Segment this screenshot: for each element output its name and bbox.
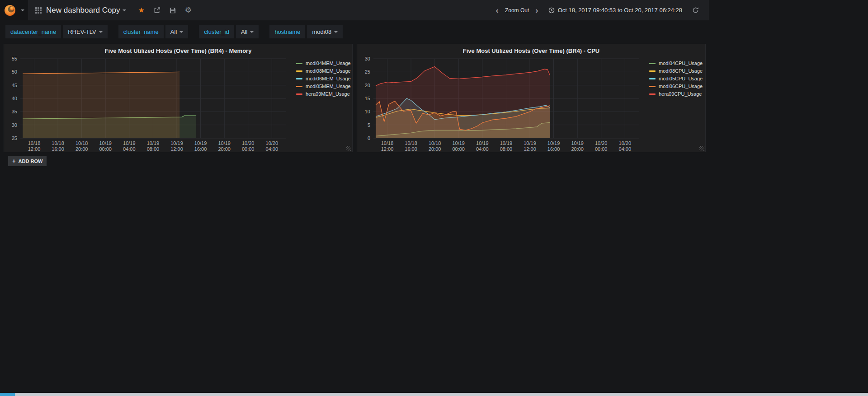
plus-icon: + xyxy=(12,158,16,164)
legend-item-modi08CPU_Usage[interactable]: modi08CPU_Usage xyxy=(649,68,703,74)
x-axis-label-date: 10/19 xyxy=(500,140,513,146)
variable-label: datacenter_name xyxy=(5,25,61,38)
variable-value-dropdown[interactable]: modi08 xyxy=(307,25,343,38)
legend-series-name: hera09CPU_Usage xyxy=(659,91,702,97)
x-axis-label-date: 10/19 xyxy=(123,140,136,146)
navbar: New dashboard Copy ★ ⚙ ‹ xyxy=(0,0,709,20)
legend-item-modi04CPU_Usage[interactable]: modi04CPU_Usage xyxy=(649,61,703,66)
panel-title[interactable]: Five Most Utilized Hosts (Over Time) (BR… xyxy=(357,44,705,56)
y-axis-label: 20 xyxy=(365,83,370,88)
legend-color-swatch xyxy=(649,86,656,87)
x-axis-label-date: 10/19 xyxy=(170,140,183,146)
x-axis-label-time: 00:00 xyxy=(595,146,608,152)
x-axis-label-date: 10/19 xyxy=(147,140,160,146)
legend-item-modi08MEM_Usage[interactable]: modi08MEM_Usage xyxy=(296,68,351,74)
legend-color-swatch xyxy=(649,63,656,64)
variable-cluster_name: cluster_nameAll xyxy=(118,25,189,38)
x-axis-label-date: 10/19 xyxy=(452,140,465,146)
dashboard-title-dropdown[interactable]: New dashboard Copy xyxy=(28,0,133,20)
save-icon xyxy=(170,7,176,14)
x-axis-label-date: 10/20 xyxy=(266,140,278,146)
time-shift-back-button[interactable]: ‹ xyxy=(491,6,503,14)
bottom-scrollbar[interactable] xyxy=(0,393,868,396)
x-axis-label-time: 12:00 xyxy=(524,146,536,152)
variable-value-dropdown[interactable]: All xyxy=(165,25,188,38)
variable-current-value: All xyxy=(241,28,247,35)
time-shift-forward-button[interactable]: › xyxy=(531,6,542,14)
y-axis-label: 30 xyxy=(365,56,370,61)
star-button[interactable]: ★ xyxy=(133,0,149,20)
y-axis-label: 10 xyxy=(365,109,370,114)
caret-down-icon xyxy=(250,31,254,33)
y-axis-label: 5 xyxy=(368,122,370,128)
legend-color-swatch xyxy=(296,86,302,87)
y-axis-label: 35 xyxy=(12,109,17,114)
y-axis-label: 30 xyxy=(12,122,17,128)
variable-current-value: All xyxy=(170,28,177,35)
legend-item-hera09CPU_Usage[interactable]: hera09CPU_Usage xyxy=(649,91,703,97)
settings-button[interactable]: ⚙ xyxy=(180,0,196,20)
legend-color-swatch xyxy=(296,78,302,79)
cpu-chart[interactable]: 05101520253010/1812:0010/1816:0010/1820:… xyxy=(358,56,644,153)
legend-series-name: modi05MEM_Usage xyxy=(306,84,351,89)
legend-series-name: modi08MEM_Usage xyxy=(306,68,351,74)
legend-series-name: modi04MEM_Usage xyxy=(306,61,351,66)
add-row-label: ADD ROW xyxy=(19,158,43,164)
grafana-logo-icon xyxy=(4,5,16,16)
refresh-button[interactable] xyxy=(688,7,703,14)
memory-chart[interactable]: 2530354045505510/1812:0010/1816:0010/182… xyxy=(5,56,291,153)
variable-hostname: hostnamemodi08 xyxy=(269,25,343,38)
legend-item-modi05MEM_Usage[interactable]: modi05MEM_Usage xyxy=(296,84,351,89)
variable-label: hostname xyxy=(269,25,305,38)
x-axis-label-time: 20:00 xyxy=(218,146,231,152)
x-axis-label-date: 10/18 xyxy=(75,140,88,146)
zoom-out-button[interactable]: Zoom Out xyxy=(503,7,531,14)
caret-down-icon xyxy=(99,31,103,33)
x-axis-label-date: 10/18 xyxy=(28,140,41,146)
legend-color-swatch xyxy=(296,93,302,95)
x-axis-label-time: 04:00 xyxy=(266,146,278,152)
variable-cluster_id: cluster_idAll xyxy=(199,25,259,38)
save-button[interactable] xyxy=(165,0,180,20)
share-icon xyxy=(154,7,160,14)
dashboard-title: New dashboard Copy xyxy=(46,6,120,15)
time-picker-button[interactable]: Oct 18, 2017 09:40:53 to Oct 20, 2017 06… xyxy=(543,7,688,14)
scrollbar-thumb xyxy=(0,393,15,396)
refresh-icon xyxy=(692,7,699,14)
x-axis-label-time: 16:00 xyxy=(547,146,560,152)
legend-series-name: modi06MEM_Usage xyxy=(306,76,351,81)
panel-title[interactable]: Five Most Utilized Hosts (Over Time) (BR… xyxy=(4,44,352,56)
legend-color-swatch xyxy=(649,93,656,95)
caret-down-icon xyxy=(334,31,338,33)
cpu-legend: modi04CPU_Usagemodi08CPU_Usagemodi05CPU_… xyxy=(644,56,704,153)
legend-item-modi06MEM_Usage[interactable]: modi06MEM_Usage xyxy=(296,76,351,81)
clock-icon xyxy=(548,7,555,14)
x-axis-label-time: 04:00 xyxy=(476,146,489,152)
variable-value-dropdown[interactable]: All xyxy=(236,25,259,38)
panel-resize-handle[interactable] xyxy=(346,146,351,151)
time-controls: ‹ Zoom Out › Oct 18, 2017 09:40:53 to Oc… xyxy=(491,0,709,20)
legend-item-modi06CPU_Usage[interactable]: modi06CPU_Usage xyxy=(649,84,703,89)
y-axis-label: 0 xyxy=(368,135,370,141)
legend-item-hera09MEM_Usage[interactable]: hera09MEM_Usage xyxy=(296,91,351,97)
legend-series-name: hera09MEM_Usage xyxy=(306,91,350,97)
variable-value-dropdown[interactable]: RHEV-TLV xyxy=(63,25,108,38)
x-axis-label-time: 12:00 xyxy=(28,146,41,152)
y-axis-label: 45 xyxy=(12,83,17,88)
legend-item-modi05CPU_Usage[interactable]: modi05CPU_Usage xyxy=(649,76,703,81)
y-axis-label: 25 xyxy=(365,69,370,75)
caret-down-icon xyxy=(179,31,183,33)
grafana-logo-menu[interactable] xyxy=(0,0,28,20)
x-axis-label-time: 16:00 xyxy=(52,146,64,152)
legend-item-modi04MEM_Usage[interactable]: modi04MEM_Usage xyxy=(296,61,351,66)
series-fill-hera09CPU_Usage xyxy=(376,67,550,138)
x-axis-label-time: 16:00 xyxy=(405,146,417,152)
add-row-button[interactable]: + ADD ROW xyxy=(8,156,47,166)
y-axis-label: 25 xyxy=(12,135,17,141)
panel-resize-handle[interactable] xyxy=(699,146,704,151)
panel-memory: Five Most Utilized Hosts (Over Time) (BR… xyxy=(4,44,353,152)
variable-current-value: RHEV-TLV xyxy=(68,28,96,35)
x-axis-label-time: 20:00 xyxy=(571,146,584,152)
x-axis-label-date: 10/20 xyxy=(595,140,608,146)
share-button[interactable] xyxy=(149,0,165,20)
